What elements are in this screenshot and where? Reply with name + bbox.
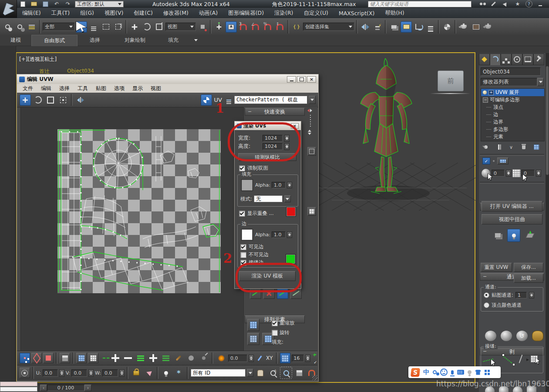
menu-tools[interactable]: 工具(T) <box>47 10 74 17</box>
new-file-icon[interactable] <box>18 0 27 8</box>
pack-custom-icon[interactable] <box>247 333 259 345</box>
visible-edges-checkbox[interactable] <box>240 244 246 250</box>
ring-grow-icon[interactable] <box>148 352 159 364</box>
expand-to-seam-icon[interactable] <box>531 354 542 366</box>
brush-smaller-icon[interactable] <box>198 352 209 364</box>
invisible-edges-checkbox[interactable] <box>240 252 246 258</box>
ribbon-minimize-icon[interactable] <box>192 36 200 45</box>
uvw-rotate-icon[interactable] <box>32 94 44 106</box>
show-end-result-icon[interactable] <box>494 143 503 151</box>
rendered-frame-window-icon[interactable] <box>470 21 482 33</box>
mode-dropdown[interactable]: 无 <box>254 195 283 202</box>
uvw-menu-tools[interactable]: 工具 <box>74 84 92 93</box>
ribbon-tab-freeform[interactable]: 自由形式 <box>31 35 77 46</box>
w-spinner[interactable] <box>119 369 125 377</box>
window-crossing-icon[interactable] <box>112 21 124 33</box>
favorites-star-icon[interactable]: ★ <box>513 0 522 8</box>
tab-utilities[interactable] <box>533 54 544 65</box>
transform-gizmo-icon[interactable] <box>20 368 30 378</box>
zoom-icon[interactable]: ± <box>267 367 279 379</box>
uvw-close-button[interactable]: × <box>307 76 316 83</box>
material-editor-icon[interactable] <box>441 21 453 33</box>
search-box[interactable] <box>368 1 472 7</box>
show-overlap-checkbox[interactable] <box>239 211 245 217</box>
reference-coordinate-dropdown[interactable]: 视图 <box>165 23 196 31</box>
falloff-value-field[interactable]: 0.0 <box>228 355 247 362</box>
menu-edit[interactable]: 编辑(E) <box>17 10 46 17</box>
tab-display[interactable] <box>522 54 533 65</box>
pattern-dropdown[interactable]: CheckerPattern ( 棋盘 <box>234 96 307 104</box>
force-two-sided-checkbox[interactable] <box>239 165 245 171</box>
resize-grip[interactable] <box>312 375 317 380</box>
ime-skin-person-icon[interactable] <box>468 370 472 374</box>
fill-color-swatch[interactable] <box>241 179 253 191</box>
menu-maxscript[interactable]: MAXScript(X) <box>334 10 379 17</box>
uv-canvas[interactable] <box>20 107 244 352</box>
plus-box-icon[interactable]: + <box>488 90 494 95</box>
uvw-menu-options[interactable]: 选项 <box>110 84 128 93</box>
overlap-color-swatch[interactable] <box>286 207 296 217</box>
open-file-icon[interactable] <box>30 0 38 8</box>
lock-selection-icon[interactable] <box>131 367 142 379</box>
select-by-material-sphere-icon[interactable] <box>482 169 490 178</box>
timeline-next-button[interactable]: › <box>84 385 91 391</box>
modifier-list-dropdown[interactable]: 修改器列表 <box>481 78 537 86</box>
paint-select-brush-icon[interactable] <box>173 352 184 364</box>
tab-create[interactable] <box>479 54 490 65</box>
viewport-label[interactable]: [+][透视][粘土] <box>19 56 57 63</box>
smoothing-group-spinner[interactable] <box>536 170 541 177</box>
help-icon[interactable]: ? <box>525 0 532 7</box>
bind-to-space-warp-icon[interactable] <box>26 21 37 33</box>
named-selection-sets-dropdown[interactable]: 创建选择集 <box>303 23 354 31</box>
pin-stack-icon[interactable] <box>482 143 490 151</box>
ime-mic-icon[interactable] <box>451 370 454 375</box>
loop-dashes-icon[interactable] <box>100 354 108 362</box>
tab-modify[interactable] <box>490 54 501 65</box>
falloff-space-label[interactable]: XY <box>266 355 273 361</box>
select-and-rotate-icon[interactable] <box>141 21 152 33</box>
freeze-icon[interactable]: * <box>173 367 185 379</box>
curve-editor-icon[interactable] <box>413 21 424 33</box>
material-id-field[interactable]: 0 <box>492 170 505 177</box>
uvw-menu-select[interactable]: 选择 <box>55 84 74 93</box>
communication-center-icon[interactable] <box>501 0 510 8</box>
layer-manager-icon[interactable] <box>388 21 400 33</box>
ime-keyboard-icon[interactable] <box>457 370 464 375</box>
grid-snap-icon[interactable]: ✓ <box>280 353 290 363</box>
smoothing-group-field[interactable]: 0 <box>522 170 535 177</box>
edit-named-selection-sets-icon[interactable]: { } <box>291 21 302 33</box>
menu-graph-editors[interactable]: 图形编辑器(D) <box>223 10 269 17</box>
reset-peel-icon[interactable]: ↺ <box>516 331 528 341</box>
ring-shrink-lines-icon[interactable] <box>160 352 172 364</box>
remove-modifier-icon[interactable] <box>519 143 528 151</box>
edge-alpha-field[interactable]: 1.0 <box>272 231 286 238</box>
tab-hierarchy[interactable] <box>501 54 512 65</box>
mini-listener-pink[interactable] <box>0 382 37 386</box>
percent-snap-icon[interactable]: % <box>262 21 273 33</box>
ribbon-tab-object-paint[interactable]: 对象绘制 <box>112 35 158 46</box>
pack-normalize-icon[interactable] <box>247 319 259 331</box>
ime-punctuation-icon[interactable] <box>433 370 437 374</box>
object-name-field[interactable]: Object034 <box>481 67 541 76</box>
ribbon-toggle-icon[interactable] <box>401 21 412 33</box>
map-channel-field[interactable]: 1 <box>515 292 527 298</box>
ribbon-tab-populate[interactable]: 填充 <box>158 35 189 46</box>
keyboard-shortcut-override-icon[interactable] <box>226 21 237 33</box>
shrink-selection-icon[interactable]: - <box>88 353 98 363</box>
convert-edge-to-seam-icon[interactable] <box>519 355 530 366</box>
grid-size-field[interactable]: 16 <box>292 355 304 362</box>
wrench-icon[interactable] <box>489 0 498 8</box>
map-channel-spinner[interactable] <box>529 292 534 298</box>
uvw-menu-display[interactable]: 显示 <box>128 84 147 93</box>
w-field[interactable]: 0.0 <box>102 369 118 377</box>
point-to-point-seam-icon[interactable] <box>501 353 516 367</box>
reset-uvw-button[interactable]: 重置 UVW <box>481 263 512 272</box>
make-unique-icon[interactable]: ∨ <box>507 143 515 151</box>
3dsmax-logo[interactable] <box>0 0 17 18</box>
quick-transform-rollout[interactable]: 快速变换 <box>245 108 305 116</box>
search-input[interactable] <box>368 1 472 7</box>
pan-hand-icon[interactable] <box>255 367 266 379</box>
select-and-link-icon[interactable] <box>2 21 13 33</box>
configure-modifier-sets-icon[interactable] <box>532 143 541 151</box>
uvw-menu-view[interactable]: 视图 <box>147 84 165 93</box>
